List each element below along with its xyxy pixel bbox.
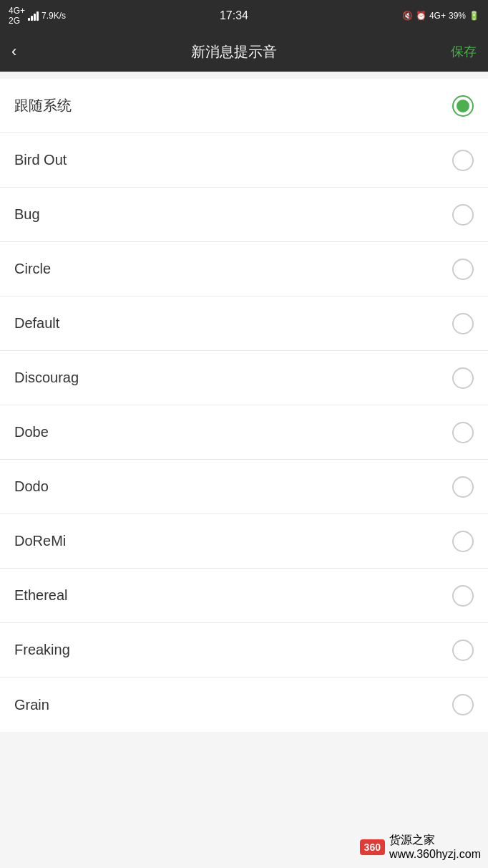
radio-circle[interactable] xyxy=(452,259,474,280)
radio-grain[interactable] xyxy=(452,694,474,715)
signal-bars xyxy=(28,11,39,21)
list-item-birdout[interactable]: Bird Out xyxy=(0,133,488,188)
radio-freaking[interactable] xyxy=(452,640,474,661)
radio-doremi[interactable] xyxy=(452,531,474,552)
radio-default[interactable] xyxy=(452,313,474,334)
radio-bug[interactable] xyxy=(452,204,474,226)
item-label-system: 跟随系统 xyxy=(14,96,72,115)
list-item-doremi[interactable]: DoReMi xyxy=(0,514,488,569)
status-bar: 4G+2G 7.9K/s 17:34 🔇 ⏰ 4G+ 39% 🔋 xyxy=(0,0,488,32)
list-item-ethereal[interactable]: Ethereal xyxy=(0,569,488,623)
status-left: 4G+2G 7.9K/s xyxy=(9,6,66,26)
radio-discourag[interactable] xyxy=(452,367,474,389)
list-item-bug[interactable]: Bug xyxy=(0,188,488,242)
status-time: 17:34 xyxy=(220,9,248,22)
watermark-text: 货源之家 xyxy=(389,833,481,848)
item-label-birdout: Bird Out xyxy=(14,152,67,168)
alarm-icon: ⏰ xyxy=(416,11,426,21)
item-label-dodo: Dodo xyxy=(14,478,49,495)
item-label-doremi: DoReMi xyxy=(14,533,66,549)
back-arrow-icon: ‹ xyxy=(11,42,16,61)
signal-bar-1 xyxy=(28,18,30,21)
signal-bar-2 xyxy=(31,16,33,21)
watermark: 360 货源之家 www.360hyzj.com xyxy=(360,833,481,861)
item-label-default: Default xyxy=(14,315,59,332)
watermark-info: 货源之家 www.360hyzj.com xyxy=(389,833,481,861)
back-button[interactable]: ‹ xyxy=(11,42,16,61)
list-item-dobe[interactable]: Dobe xyxy=(0,405,488,460)
radio-ethereal[interactable] xyxy=(452,585,474,607)
nav-bar: ‹ 新消息提示音 保存 xyxy=(0,32,488,72)
watermark-badge: 360 xyxy=(360,839,385,855)
signal-bar-3 xyxy=(34,14,36,21)
item-label-dobe: Dobe xyxy=(14,424,49,440)
item-label-discourag: Discourag xyxy=(14,370,79,386)
list-item-discourag[interactable]: Discourag xyxy=(0,351,488,405)
signal-bar-4 xyxy=(36,11,39,21)
item-label-ethereal: Ethereal xyxy=(14,587,68,604)
item-label-grain: Grain xyxy=(14,697,49,713)
radio-system[interactable] xyxy=(452,95,474,117)
list-item-default[interactable]: Default xyxy=(0,296,488,351)
watermark-subtext: www.360hyzj.com xyxy=(389,848,481,861)
list-item-system[interactable]: 跟随系统 xyxy=(0,79,488,133)
radio-inner-system xyxy=(457,100,469,112)
network-type: 4G+2G xyxy=(9,6,25,26)
save-button[interactable]: 保存 xyxy=(451,43,477,60)
battery-percent: 39% xyxy=(449,11,466,21)
network-speed: 7.9K/s xyxy=(42,11,66,21)
item-label-bug: Bug xyxy=(14,206,40,223)
network-type-2: 4G+ xyxy=(429,11,446,21)
radio-dodo[interactable] xyxy=(452,476,474,498)
list-item-freaking[interactable]: Freaking xyxy=(0,623,488,677)
battery-icon: 🔋 xyxy=(469,11,479,21)
page-title: 新消息提示音 xyxy=(191,42,277,62)
list-item-dodo[interactable]: Dodo xyxy=(0,460,488,514)
item-label-freaking: Freaking xyxy=(14,642,70,658)
ringtone-list: 跟随系统Bird OutBugCircleDefaultDiscouragDob… xyxy=(0,79,488,732)
radio-dobe[interactable] xyxy=(452,422,474,443)
radio-birdout[interactable] xyxy=(452,150,474,171)
list-item-grain[interactable]: Grain xyxy=(0,677,488,732)
list-item-circle[interactable]: Circle xyxy=(0,242,488,296)
item-label-circle: Circle xyxy=(14,261,51,277)
mute-icon: 🔇 xyxy=(402,11,413,21)
status-right: 🔇 ⏰ 4G+ 39% 🔋 xyxy=(402,11,479,21)
